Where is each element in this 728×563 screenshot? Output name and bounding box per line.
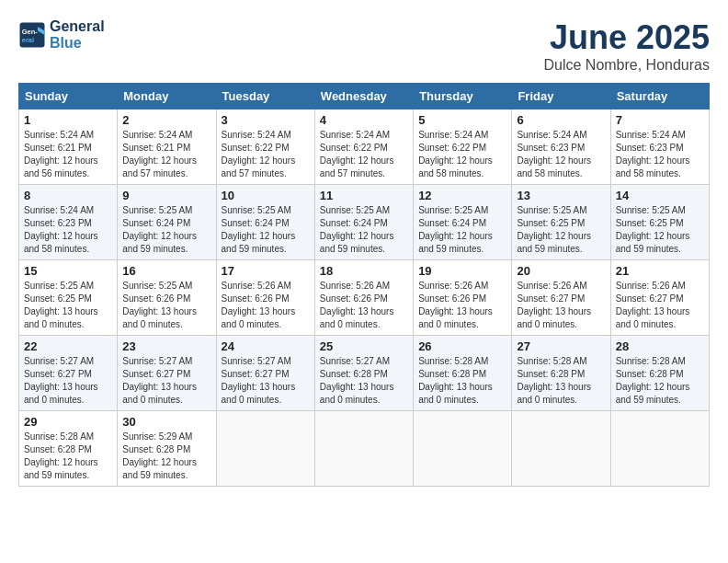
calendar-cell: 24 Sunrise: 5:27 AM Sunset: 6:27 PM Dayl… — [216, 336, 314, 411]
day-info: Sunrise: 5:28 AM Sunset: 6:28 PM Dayligh… — [517, 355, 605, 407]
calendar-cell: 2 Sunrise: 5:24 AM Sunset: 6:21 PM Dayli… — [118, 109, 216, 185]
calendar-cell: 13 Sunrise: 5:25 AM Sunset: 6:25 PM Dayl… — [512, 185, 610, 260]
calendar-cell: 28 Sunrise: 5:28 AM Sunset: 6:28 PM Dayl… — [610, 336, 709, 411]
calendar-cell: 25 Sunrise: 5:27 AM Sunset: 6:28 PM Dayl… — [314, 336, 413, 411]
day-info: Sunrise: 5:24 AM Sunset: 6:21 PM Dayligh… — [122, 129, 210, 180]
svg-text:eral: eral — [22, 35, 34, 43]
day-number: 30 — [122, 415, 210, 429]
day-number: 2 — [122, 113, 210, 127]
day-number: 6 — [517, 113, 605, 127]
day-info: Sunrise: 5:25 AM Sunset: 6:25 PM Dayligh… — [24, 280, 112, 331]
day-info: Sunrise: 5:24 AM Sunset: 6:23 PM Dayligh… — [24, 204, 112, 256]
calendar-table: SundayMondayTuesdayWednesdayThursdayFrid… — [18, 83, 710, 487]
calendar-cell: 27 Sunrise: 5:28 AM Sunset: 6:28 PM Dayl… — [512, 336, 610, 411]
day-info: Sunrise: 5:26 AM Sunset: 6:27 PM Dayligh… — [616, 280, 704, 331]
day-number: 5 — [418, 113, 506, 127]
day-info: Sunrise: 5:26 AM Sunset: 6:26 PM Dayligh… — [418, 280, 506, 331]
month-title: June 2025 — [543, 18, 710, 57]
calendar-cell: 10 Sunrise: 5:25 AM Sunset: 6:24 PM Dayl… — [216, 185, 314, 260]
week-row-3: 15 Sunrise: 5:25 AM Sunset: 6:25 PM Dayl… — [19, 260, 710, 336]
calendar-cell: 21 Sunrise: 5:26 AM Sunset: 6:27 PM Dayl… — [610, 260, 709, 336]
calendar-cell: 9 Sunrise: 5:25 AM Sunset: 6:24 PM Dayli… — [118, 185, 216, 260]
calendar-cell: 8 Sunrise: 5:24 AM Sunset: 6:23 PM Dayli… — [19, 185, 118, 260]
day-info: Sunrise: 5:25 AM Sunset: 6:25 PM Dayligh… — [517, 204, 605, 256]
logo: Gen- eral General Blue — [18, 18, 105, 51]
day-number: 7 — [616, 113, 704, 127]
header-friday: Friday — [512, 84, 610, 109]
day-info: Sunrise: 5:27 AM Sunset: 6:28 PM Dayligh… — [320, 355, 408, 407]
calendar-cell: 17 Sunrise: 5:26 AM Sunset: 6:26 PM Dayl… — [216, 260, 314, 336]
day-number: 26 — [418, 339, 506, 353]
calendar-cell: 22 Sunrise: 5:27 AM Sunset: 6:27 PM Dayl… — [19, 336, 118, 411]
day-info: Sunrise: 5:25 AM Sunset: 6:25 PM Dayligh… — [616, 204, 704, 256]
calendar-cell: 15 Sunrise: 5:25 AM Sunset: 6:25 PM Dayl… — [19, 260, 118, 336]
logo-text: General Blue — [50, 18, 105, 51]
day-info: Sunrise: 5:25 AM Sunset: 6:26 PM Dayligh… — [122, 280, 210, 331]
day-number: 22 — [24, 339, 112, 353]
day-number: 25 — [320, 339, 408, 353]
calendar-cell: 3 Sunrise: 5:24 AM Sunset: 6:22 PM Dayli… — [216, 109, 314, 185]
day-info: Sunrise: 5:27 AM Sunset: 6:27 PM Dayligh… — [222, 355, 310, 407]
header-tuesday: Tuesday — [216, 84, 314, 109]
day-info: Sunrise: 5:25 AM Sunset: 6:24 PM Dayligh… — [122, 204, 210, 256]
week-row-5: 29 Sunrise: 5:28 AM Sunset: 6:28 PM Dayl… — [19, 411, 710, 487]
calendar-cell — [216, 411, 314, 487]
day-number: 28 — [616, 339, 704, 353]
day-number: 27 — [517, 339, 605, 353]
calendar-cell — [512, 411, 610, 487]
calendar-cell: 26 Sunrise: 5:28 AM Sunset: 6:28 PM Dayl… — [414, 336, 512, 411]
day-number: 8 — [24, 189, 112, 202]
day-number: 19 — [418, 264, 506, 278]
day-number: 13 — [517, 189, 605, 202]
day-number: 20 — [517, 264, 605, 278]
header: Gen- eral General Blue June 2025 Dulce N… — [18, 18, 710, 74]
header-thursday: Thursday — [414, 84, 512, 109]
calendar-cell: 18 Sunrise: 5:26 AM Sunset: 6:26 PM Dayl… — [314, 260, 413, 336]
day-number: 16 — [122, 264, 210, 278]
calendar-cell: 12 Sunrise: 5:25 AM Sunset: 6:24 PM Dayl… — [414, 185, 512, 260]
day-number: 21 — [616, 264, 704, 278]
day-info: Sunrise: 5:25 AM Sunset: 6:24 PM Dayligh… — [320, 204, 408, 256]
day-number: 10 — [222, 189, 310, 202]
day-info: Sunrise: 5:28 AM Sunset: 6:28 PM Dayligh… — [24, 431, 112, 482]
calendar-cell: 30 Sunrise: 5:29 AM Sunset: 6:28 PM Dayl… — [118, 411, 216, 487]
calendar-cell: 23 Sunrise: 5:27 AM Sunset: 6:27 PM Dayl… — [118, 336, 216, 411]
day-info: Sunrise: 5:26 AM Sunset: 6:26 PM Dayligh… — [320, 280, 408, 331]
calendar-cell: 7 Sunrise: 5:24 AM Sunset: 6:23 PM Dayli… — [610, 109, 709, 185]
day-info: Sunrise: 5:28 AM Sunset: 6:28 PM Dayligh… — [418, 355, 506, 407]
day-info: Sunrise: 5:27 AM Sunset: 6:27 PM Dayligh… — [24, 355, 112, 407]
day-number: 14 — [616, 189, 704, 202]
day-number: 23 — [122, 339, 210, 353]
week-row-4: 22 Sunrise: 5:27 AM Sunset: 6:27 PM Dayl… — [19, 336, 710, 411]
day-number: 15 — [24, 264, 112, 278]
calendar-cell: 1 Sunrise: 5:24 AM Sunset: 6:21 PM Dayli… — [19, 109, 118, 185]
day-number: 17 — [222, 264, 310, 278]
day-number: 24 — [222, 339, 310, 353]
day-info: Sunrise: 5:29 AM Sunset: 6:28 PM Dayligh… — [122, 431, 210, 482]
day-info: Sunrise: 5:27 AM Sunset: 6:27 PM Dayligh… — [122, 355, 210, 407]
day-number: 9 — [122, 189, 210, 202]
calendar-cell: 5 Sunrise: 5:24 AM Sunset: 6:22 PM Dayli… — [414, 109, 512, 185]
day-number: 18 — [320, 264, 408, 278]
header-wednesday: Wednesday — [314, 84, 413, 109]
day-info: Sunrise: 5:24 AM Sunset: 6:21 PM Dayligh… — [24, 129, 112, 180]
calendar-header-row: SundayMondayTuesdayWednesdayThursdayFrid… — [19, 84, 710, 109]
title-area: June 2025 Dulce Nombre, Honduras — [543, 18, 710, 74]
day-info: Sunrise: 5:24 AM Sunset: 6:22 PM Dayligh… — [418, 129, 506, 180]
day-number: 3 — [222, 113, 310, 127]
calendar-cell: 11 Sunrise: 5:25 AM Sunset: 6:24 PM Dayl… — [314, 185, 413, 260]
day-info: Sunrise: 5:24 AM Sunset: 6:22 PM Dayligh… — [320, 129, 408, 180]
calendar-cell: 29 Sunrise: 5:28 AM Sunset: 6:28 PM Dayl… — [19, 411, 118, 487]
calendar-cell: 16 Sunrise: 5:25 AM Sunset: 6:26 PM Dayl… — [118, 260, 216, 336]
day-info: Sunrise: 5:24 AM Sunset: 6:23 PM Dayligh… — [517, 129, 605, 180]
svg-text:Gen-: Gen- — [22, 27, 39, 35]
header-sunday: Sunday — [19, 84, 118, 109]
day-number: 4 — [320, 113, 408, 127]
calendar-cell: 6 Sunrise: 5:24 AM Sunset: 6:23 PM Dayli… — [512, 109, 610, 185]
week-row-2: 8 Sunrise: 5:24 AM Sunset: 6:23 PM Dayli… — [19, 185, 710, 260]
calendar-cell — [610, 411, 709, 487]
header-monday: Monday — [118, 84, 216, 109]
day-number: 29 — [24, 415, 112, 429]
day-info: Sunrise: 5:25 AM Sunset: 6:24 PM Dayligh… — [418, 204, 506, 256]
day-info: Sunrise: 5:25 AM Sunset: 6:24 PM Dayligh… — [222, 204, 310, 256]
